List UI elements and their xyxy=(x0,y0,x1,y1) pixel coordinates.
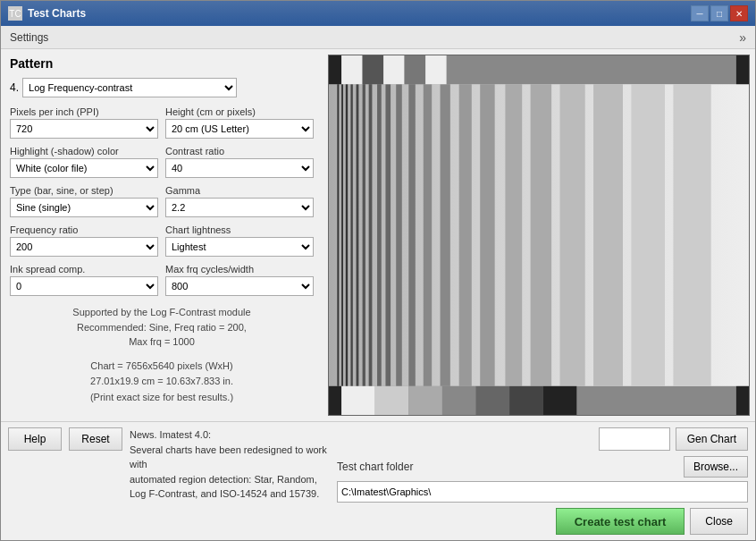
gen-chart-row: Gen Chart xyxy=(337,427,748,451)
ppi-group: Pixels per inch (PPI) 720 360 600 1200 xyxy=(10,106,158,139)
svg-rect-20 xyxy=(560,84,585,386)
max-frq-dropdown[interactable]: 800 400 1000 1200 xyxy=(165,276,314,296)
svg-rect-24 xyxy=(329,55,341,84)
gen-chart-button[interactable]: Gen Chart xyxy=(676,427,748,451)
reset-button[interactable]: Reset xyxy=(69,427,122,451)
news-title: News. Imatest 4.0: xyxy=(130,429,211,440)
height-dropdown[interactable]: 20 cm (US Letter) 10 cm 15 cm 25 cm xyxy=(165,119,314,139)
svg-rect-19 xyxy=(531,84,552,386)
svg-rect-7 xyxy=(357,84,359,386)
maximize-button[interactable]: □ xyxy=(710,5,728,21)
svg-rect-34 xyxy=(375,386,409,415)
type-dropdown[interactable]: Sine (single) Bar Step xyxy=(10,198,158,217)
window-close-button[interactable]: ✕ xyxy=(730,5,748,21)
window-title: Test Charts xyxy=(28,7,86,20)
chart-lightness-label: Chart lightness xyxy=(165,224,314,235)
type-group: Type (bar, sine, or step) Sine (single) … xyxy=(10,185,158,217)
max-frq-label: Max frq cycles/width xyxy=(165,264,314,275)
svg-rect-16 xyxy=(459,84,472,386)
ppi-height-row: Pixels per inch (PPI) 720 360 600 1200 H… xyxy=(10,106,314,139)
highlight-dropdown[interactable]: White (color file) Black Gray xyxy=(10,158,158,178)
chart-lightness-dropdown[interactable]: Lightest Light Normal Dark xyxy=(165,237,314,257)
svg-rect-12 xyxy=(396,84,402,386)
svg-rect-3 xyxy=(337,84,339,386)
browse-button[interactable]: Browse... xyxy=(684,456,748,478)
svg-rect-26 xyxy=(329,386,341,415)
highlight-contrast-row: Highlight (-shadow) color White (color f… xyxy=(10,146,314,178)
main-window: TC Test Charts ─ □ ✕ Settings » Pattern … xyxy=(0,0,756,541)
folder-label: Test chart folder xyxy=(337,461,413,473)
gamma-dropdown[interactable]: 2.2 1.8 1.0 xyxy=(165,198,314,217)
max-frq-group: Max frq cycles/width 800 400 1000 1200 xyxy=(165,264,314,296)
contrast-dropdown[interactable]: 40 20 80 xyxy=(165,158,314,178)
settings-arrow: » xyxy=(739,30,746,45)
highlight-group: Highlight (-shadow) color White (color f… xyxy=(10,146,158,178)
svg-rect-37 xyxy=(476,386,510,415)
svg-rect-35 xyxy=(408,386,442,415)
svg-rect-33 xyxy=(341,386,375,415)
svg-rect-22 xyxy=(631,84,665,386)
svg-rect-9 xyxy=(369,84,373,386)
news-line3: Log F-Contrast, and ISO-14524 and 15739. xyxy=(130,486,330,502)
chart-preview xyxy=(328,55,750,416)
gamma-group: Gamma 2.2 1.8 1.0 xyxy=(165,185,314,217)
ink-spread-dropdown[interactable]: 0 1 2 xyxy=(10,276,158,296)
type-gamma-row: Type (bar, sine, or step) Sine (single) … xyxy=(10,185,314,217)
gamma-label: Gamma xyxy=(165,185,314,196)
pattern-dropdown[interactable]: Log Frequency-contrast (or Stepchart) xyxy=(22,78,237,97)
bottom-right: Gen Chart Test chart folder Browse... Cr… xyxy=(337,427,748,535)
title-controls: ─ □ ✕ xyxy=(691,5,748,21)
contrast-label: Contrast ratio xyxy=(165,146,314,156)
svg-rect-4 xyxy=(341,84,343,386)
svg-rect-21 xyxy=(593,84,623,386)
close-button[interactable]: Close xyxy=(690,508,748,535)
folder-path-input[interactable] xyxy=(337,481,748,503)
action-row: Create test chart Close xyxy=(337,508,748,535)
pattern-heading: Pattern xyxy=(10,56,314,71)
svg-rect-30 xyxy=(383,55,405,84)
svg-rect-31 xyxy=(405,55,426,84)
freq-ratio-dropdown[interactable]: 200 100 400 xyxy=(10,237,158,257)
svg-rect-17 xyxy=(480,84,494,386)
svg-rect-8 xyxy=(363,84,365,386)
ink-spread-label: Ink spread comp. xyxy=(10,264,158,275)
svg-rect-6 xyxy=(350,84,352,386)
bottom-buttons: Help Reset xyxy=(8,427,122,451)
right-panel xyxy=(323,49,755,421)
contrast-group: Contrast ratio 40 20 80 xyxy=(165,146,314,178)
ppi-dropdown[interactable]: 720 360 600 1200 xyxy=(10,119,158,139)
svg-rect-25 xyxy=(736,55,749,84)
height-label: Height (cm or pixels) xyxy=(165,106,314,117)
title-bar: TC Test Charts ─ □ ✕ xyxy=(1,1,755,26)
ink-maxfrq-row: Ink spread comp. 0 1 2 Max frq cycles/wi… xyxy=(10,264,314,296)
ppi-label: Pixels per inch (PPI) xyxy=(10,106,158,117)
gen-chart-input[interactable] xyxy=(599,427,670,451)
info-line1: Supported by the Log F-Contrast module xyxy=(10,305,314,320)
svg-rect-23 xyxy=(673,84,710,386)
svg-rect-14 xyxy=(424,84,432,386)
chart-info-line1: Chart = 7656x5640 pixels (WxH) xyxy=(10,359,314,375)
svg-rect-10 xyxy=(377,84,382,386)
settings-bar: Settings » xyxy=(1,26,755,49)
create-test-chart-button[interactable]: Create test chart xyxy=(556,508,685,535)
news-line2: automated region detection: Star, Random… xyxy=(130,472,330,487)
title-bar-left: TC Test Charts xyxy=(8,6,86,21)
svg-rect-32 xyxy=(425,55,447,84)
app-icon: TC xyxy=(8,6,22,21)
height-group: Height (cm or pixels) 20 cm (US Letter) … xyxy=(165,106,314,139)
svg-rect-13 xyxy=(408,84,416,386)
minimize-button[interactable]: ─ xyxy=(691,5,709,21)
help-button[interactable]: Help xyxy=(8,427,62,451)
highlight-label: Highlight (-shadow) color xyxy=(10,146,158,156)
svg-rect-39 xyxy=(543,386,577,415)
bottom-section: Help Reset News. Imatest 4.0: Several ch… xyxy=(1,421,755,540)
pattern-number: 4. xyxy=(10,81,19,94)
freq-ratio-label: Frequency ratio xyxy=(10,224,158,235)
svg-rect-5 xyxy=(346,84,348,386)
freq-ratio-group: Frequency ratio 200 100 400 xyxy=(10,224,158,257)
svg-rect-29 xyxy=(363,55,384,84)
folder-section: Test chart folder Browse... xyxy=(337,456,748,503)
settings-label: Settings xyxy=(10,31,48,44)
chart-info: Chart = 7656x5640 pixels (WxH) 27.01x19.… xyxy=(10,359,314,406)
svg-rect-15 xyxy=(441,84,450,386)
